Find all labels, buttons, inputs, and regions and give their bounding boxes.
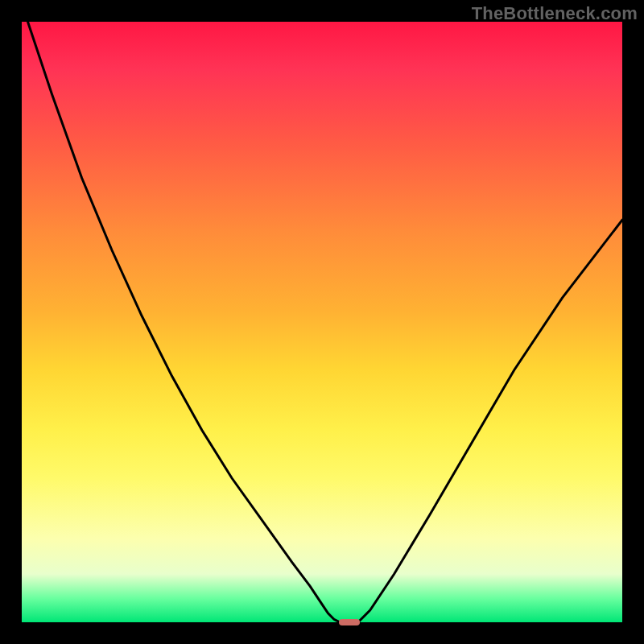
optimal-marker	[339, 619, 360, 626]
bottleneck-curve	[22, 22, 622, 622]
curve-right-branch	[358, 220, 622, 622]
curve-left-branch	[28, 22, 341, 622]
